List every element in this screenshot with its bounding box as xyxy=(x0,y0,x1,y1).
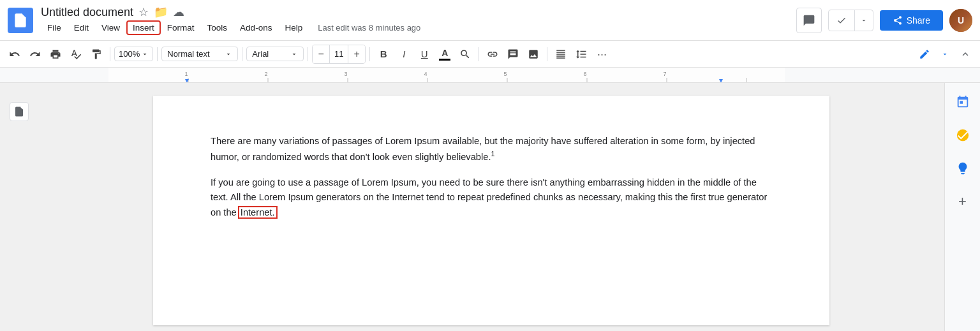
menu-help[interactable]: Help xyxy=(278,20,309,35)
paragraph-1-text: There are many variations of passages of… xyxy=(211,136,755,162)
font-size-decrease[interactable]: − xyxy=(313,45,329,63)
sidebar-keep-icon[interactable] xyxy=(950,156,976,181)
menu-file[interactable]: File xyxy=(41,20,68,35)
left-margin xyxy=(0,83,38,331)
print-button[interactable] xyxy=(46,45,65,64)
doc-title-area: Untitled document ☆ 📁 ☁ File Edit View I… xyxy=(41,5,796,35)
app-icon[interactable] xyxy=(8,8,33,33)
sidebar-tasks-icon[interactable] xyxy=(950,122,976,148)
main-area: There are many variations of passages of… xyxy=(0,83,980,331)
present-button[interactable] xyxy=(828,10,873,31)
collapse-toolbar-button[interactable] xyxy=(956,45,975,64)
separator-2 xyxy=(157,47,158,61)
font-selector[interactable]: Arial xyxy=(246,47,304,61)
svg-point-19 xyxy=(956,129,968,141)
svg-text:3: 3 xyxy=(344,71,347,77)
sidebar-calendar-icon[interactable] xyxy=(950,89,976,115)
style-value: Normal text xyxy=(167,49,209,59)
menu-edit[interactable]: Edit xyxy=(68,20,95,35)
more-options-button[interactable]: ⋯ xyxy=(592,45,611,64)
menu-bar: File Edit View Insert Format Tools Add-o… xyxy=(41,20,796,35)
link-button[interactable] xyxy=(483,45,502,64)
top-right-actions: Share U xyxy=(796,8,972,33)
menu-view[interactable]: View xyxy=(95,20,126,35)
font-size-area: − 11 + xyxy=(312,45,366,64)
separator-4 xyxy=(308,47,308,61)
redo-button[interactable] xyxy=(26,45,45,64)
svg-text:4: 4 xyxy=(424,71,427,77)
separator-7 xyxy=(547,47,547,61)
comment-button[interactable] xyxy=(796,8,822,33)
ruler-svg: 1 2 3 4 5 6 7 xyxy=(0,68,980,82)
separator-3 xyxy=(242,47,242,61)
user-avatar[interactable]: U xyxy=(949,9,972,32)
underline-button[interactable]: U xyxy=(415,45,434,64)
share-button[interactable]: Share xyxy=(880,10,943,31)
spellcheck-button[interactable] xyxy=(66,45,85,64)
right-sidebar: + xyxy=(944,83,980,331)
edit-dropdown-button[interactable] xyxy=(935,45,954,64)
separator-5 xyxy=(369,47,370,61)
paragraph-2-text: If you are going to use a passage of Lor… xyxy=(211,177,767,217)
svg-text:6: 6 xyxy=(583,71,586,77)
svg-text:5: 5 xyxy=(503,71,507,77)
style-selector[interactable]: Normal text xyxy=(161,47,238,61)
paragraph-2: If you are going to use a passage of Lor… xyxy=(211,175,772,220)
right-toolbar xyxy=(915,45,975,64)
star-icon[interactable]: ☆ xyxy=(138,5,149,19)
page-control-icon[interactable] xyxy=(10,102,29,121)
internet-word-highlighted: Internet. xyxy=(239,207,276,217)
highlight-color-button[interactable] xyxy=(456,45,475,64)
bold-button[interactable]: B xyxy=(374,45,393,64)
comment-inline-button[interactable] xyxy=(503,45,523,64)
paint-format-button[interactable] xyxy=(87,45,106,64)
line-spacing-button[interactable] xyxy=(572,45,591,64)
edit-mode-button[interactable] xyxy=(915,45,934,64)
present-dropdown[interactable] xyxy=(855,11,873,29)
svg-text:7: 7 xyxy=(663,71,666,77)
last-edit-status: Last edit was 8 minutes ago xyxy=(318,23,420,33)
svg-rect-1 xyxy=(108,68,785,82)
present-main[interactable] xyxy=(829,10,855,31)
svg-text:2: 2 xyxy=(264,71,267,77)
font-value: Arial xyxy=(252,49,269,59)
folder-icon[interactable]: 📁 xyxy=(154,5,168,19)
top-bar: Untitled document ☆ 📁 ☁ File Edit View I… xyxy=(0,0,980,41)
document-page: There are many variations of passages of… xyxy=(153,96,829,325)
paragraph-1: There are many variations of passages of… xyxy=(211,134,772,165)
font-size-value[interactable]: 11 xyxy=(329,45,348,63)
ruler: 1 2 3 4 5 6 7 xyxy=(0,68,980,83)
toolbar: 100% Normal text Arial − 11 + B I U A xyxy=(0,41,980,68)
text-color-button[interactable]: A xyxy=(435,45,454,64)
menu-insert[interactable]: Insert xyxy=(126,20,161,35)
menu-tools[interactable]: Tools xyxy=(201,20,234,35)
doc-area[interactable]: There are many variations of passages of… xyxy=(38,83,944,331)
image-button[interactable] xyxy=(524,45,543,64)
text-cursor xyxy=(276,207,278,217)
doc-title-row: Untitled document ☆ 📁 ☁ xyxy=(41,5,796,19)
italic-button[interactable]: I xyxy=(394,45,413,64)
document-content[interactable]: There are many variations of passages of… xyxy=(211,134,772,220)
separator-1 xyxy=(110,47,110,61)
svg-text:1: 1 xyxy=(184,71,188,77)
cloud-icon[interactable]: ☁ xyxy=(173,5,184,19)
footnote-1: 1 xyxy=(491,150,494,158)
zoom-value: 100% xyxy=(119,49,140,59)
share-label: Share xyxy=(907,15,930,26)
undo-button[interactable] xyxy=(5,45,24,64)
menu-addons[interactable]: Add-ons xyxy=(234,20,278,35)
menu-format[interactable]: Format xyxy=(161,20,201,35)
align-button[interactable] xyxy=(551,45,570,64)
font-size-increase[interactable]: + xyxy=(348,45,365,63)
separator-6 xyxy=(479,47,479,61)
doc-title[interactable]: Untitled document xyxy=(41,6,133,19)
zoom-selector[interactable]: 100% xyxy=(114,47,153,61)
sidebar-add-icon[interactable]: + xyxy=(950,189,976,214)
